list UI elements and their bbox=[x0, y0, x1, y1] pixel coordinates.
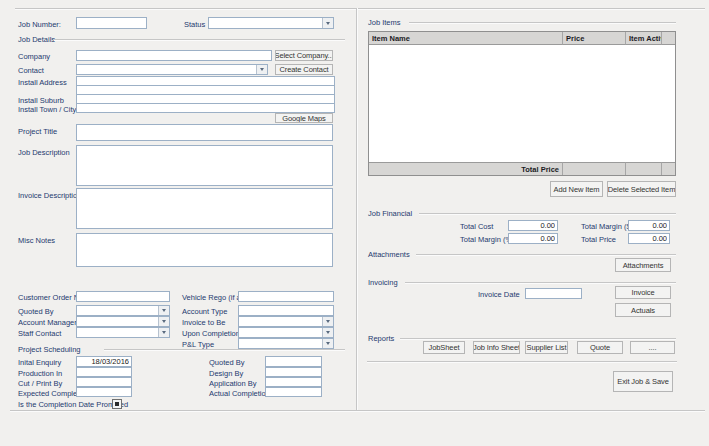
total-cost-label: Total Cost bbox=[460, 222, 493, 231]
column-header-item-name[interactable]: Item Name bbox=[369, 32, 563, 45]
checkbox-fill-icon bbox=[115, 402, 119, 406]
attachments-button[interactable]: Attachments bbox=[615, 258, 671, 272]
job-financial-section-title: Job Financial bbox=[368, 209, 412, 218]
column-header-price[interactable]: Price bbox=[563, 32, 626, 45]
completion-promised-checkbox[interactable] bbox=[112, 399, 122, 409]
staff-contact-combobox[interactable] bbox=[76, 327, 170, 338]
jobsheet-report-button[interactable]: JobSheet bbox=[423, 341, 465, 354]
account-type-input[interactable] bbox=[238, 305, 334, 316]
column-header-item-active[interactable]: Item Active bbox=[626, 32, 662, 45]
project-title-input[interactable] bbox=[76, 124, 333, 141]
misc-notes-textarea[interactable] bbox=[76, 233, 333, 267]
reports-section-title: Reports bbox=[368, 334, 394, 343]
cut-print-by-input[interactable] bbox=[76, 377, 132, 387]
customer-order-input[interactable] bbox=[76, 291, 170, 302]
account-type-label: Account Type bbox=[182, 307, 227, 316]
more-reports-button[interactable]: .... bbox=[630, 341, 675, 354]
financial-total-price-input[interactable] bbox=[628, 233, 670, 244]
job-details-section-line bbox=[54, 39, 345, 41]
add-new-item-button[interactable]: Add New Item bbox=[550, 181, 603, 197]
exit-job-save-button[interactable]: Exit Job & Save bbox=[613, 371, 673, 392]
actuals-button[interactable]: Actuals bbox=[615, 303, 671, 317]
account-manager-label: Account Manager bbox=[18, 318, 77, 327]
delete-selected-item-button[interactable]: Delete Selected Item bbox=[607, 181, 676, 197]
company-input[interactable] bbox=[76, 50, 272, 61]
invoice-to-be-label: Invoice to Be bbox=[182, 318, 225, 327]
upon-completion-label: Upon Completion bbox=[182, 329, 240, 338]
job-description-textarea[interactable] bbox=[76, 145, 333, 186]
quoted-by-label: Quoted By bbox=[18, 307, 53, 316]
application-by-input[interactable] bbox=[265, 377, 322, 387]
application-by-label: Application By bbox=[209, 379, 257, 388]
quoted-by-dropdown-arrow-icon[interactable] bbox=[158, 306, 169, 315]
job-items-table-body[interactable] bbox=[369, 45, 675, 162]
job-items-table-header: Item Name Price Item Active bbox=[369, 32, 675, 45]
supplier-list-report-button[interactable]: Supplier List bbox=[525, 341, 568, 354]
install-town-input[interactable] bbox=[76, 103, 335, 113]
account-manager-combobox[interactable] bbox=[76, 316, 170, 327]
invoice-description-textarea[interactable] bbox=[76, 188, 333, 229]
select-company-button[interactable]: Select Company... bbox=[275, 50, 333, 61]
invoice-to-be-combobox[interactable] bbox=[238, 316, 334, 327]
footer-spacer-cell bbox=[662, 162, 675, 175]
job-description-label: Job Description bbox=[18, 148, 70, 157]
status-combobox[interactable] bbox=[208, 17, 334, 29]
attachments-section-title: Attachments bbox=[368, 250, 410, 259]
expected-completion-input[interactable] bbox=[76, 387, 132, 397]
sched-quoted-by-label: Quoted By bbox=[209, 358, 244, 367]
job-items-table[interactable]: Item Name Price Item Active Total Price bbox=[368, 31, 676, 176]
install-address-label: Install Address bbox=[18, 78, 67, 87]
initial-enquiry-input[interactable] bbox=[76, 356, 132, 367]
job-number-input[interactable] bbox=[76, 17, 147, 29]
quote-report-button[interactable]: Quote bbox=[577, 341, 623, 354]
total-margin-dollar-input[interactable] bbox=[628, 220, 670, 231]
invoice-button[interactable]: Invoice bbox=[615, 286, 671, 299]
bottom-separator-line bbox=[10, 410, 705, 412]
upon-completion-combobox[interactable] bbox=[238, 327, 334, 338]
quoted-by-combobox[interactable] bbox=[76, 305, 170, 316]
financial-total-price-label: Total Price bbox=[581, 235, 616, 244]
reports-bottom-line bbox=[367, 361, 677, 363]
project-scheduling-section-title: Project Scheduling bbox=[18, 345, 81, 354]
upon-completion-dropdown-arrow-icon[interactable] bbox=[322, 328, 333, 337]
panel-divider-line bbox=[356, 8, 358, 411]
total-margin-dollar-label: Total Margin ($) bbox=[581, 222, 633, 231]
status-label: Status bbox=[184, 20, 205, 29]
total-cost-input[interactable] bbox=[508, 220, 558, 231]
top-separator-line bbox=[15, 8, 705, 10]
reports-section-line bbox=[400, 338, 676, 340]
actual-completion-label: Actual Completion bbox=[209, 389, 270, 398]
status-dropdown-arrow-icon[interactable] bbox=[322, 18, 333, 28]
invoice-to-be-dropdown-arrow-icon[interactable] bbox=[322, 317, 333, 326]
contact-combobox[interactable] bbox=[76, 64, 268, 75]
job-items-section-line bbox=[409, 22, 676, 24]
job-items-table-footer: Total Price bbox=[369, 162, 675, 175]
misc-notes-label: Misc Notes bbox=[18, 236, 55, 245]
install-suburb-label: Install Suburb bbox=[18, 96, 64, 105]
pl-type-combobox[interactable] bbox=[238, 338, 334, 349]
production-in-input[interactable] bbox=[76, 367, 132, 377]
total-margin-percent-input[interactable] bbox=[508, 233, 558, 244]
design-by-input[interactable] bbox=[265, 367, 322, 377]
pl-type-dropdown-arrow-icon[interactable] bbox=[322, 339, 333, 348]
project-title-label: Project Title bbox=[18, 127, 57, 136]
job-financial-section-line bbox=[419, 213, 676, 215]
contact-dropdown-arrow-icon[interactable] bbox=[256, 65, 267, 74]
actual-completion-input[interactable] bbox=[265, 387, 322, 397]
pl-type-label: P&L Type bbox=[182, 340, 214, 349]
invoice-date-label: Invoice Date bbox=[478, 290, 520, 299]
total-price-footer-value bbox=[563, 162, 626, 175]
staff-contact-dropdown-arrow-icon[interactable] bbox=[158, 328, 169, 337]
company-label: Company bbox=[18, 52, 50, 61]
sched-quoted-by-input[interactable] bbox=[265, 356, 322, 367]
invoice-date-input[interactable] bbox=[525, 288, 582, 299]
install-town-label: Install Town / City bbox=[18, 105, 76, 114]
job-details-section-title: Job Details bbox=[18, 35, 55, 44]
invoicing-section-line bbox=[405, 282, 676, 284]
google-maps-button[interactable]: Google Maps bbox=[275, 113, 333, 123]
account-manager-dropdown-arrow-icon[interactable] bbox=[158, 317, 169, 326]
cut-print-by-label: Cut / Print By bbox=[18, 379, 62, 388]
vehicle-rego-input[interactable] bbox=[238, 291, 334, 302]
create-contact-button[interactable]: Create Contact bbox=[275, 64, 333, 75]
job-info-sheet-report-button[interactable]: Job Info Sheet bbox=[473, 341, 520, 354]
